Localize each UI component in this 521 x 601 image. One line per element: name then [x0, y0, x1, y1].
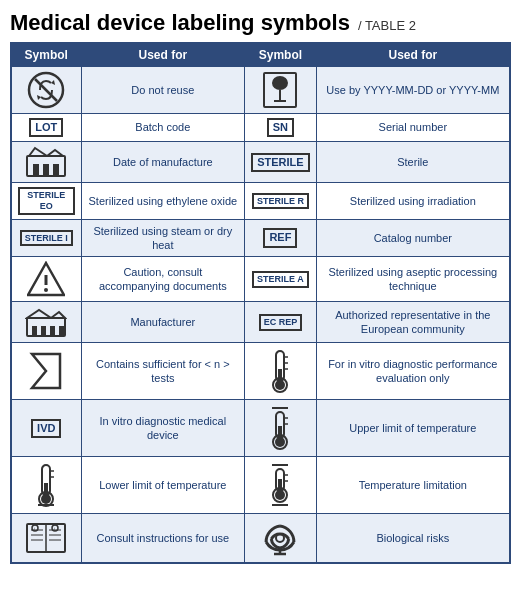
lot-icon: LOT	[18, 118, 75, 137]
header-col4: Used for	[316, 43, 510, 67]
used-for-manufacture: Date of manufacture	[81, 142, 245, 183]
svg-rect-38	[44, 483, 48, 495]
thermometer-up-icon	[251, 347, 309, 395]
ec-rep-icon: EC REP	[251, 314, 309, 331]
svg-marker-20	[32, 354, 60, 388]
table-row: STERILE I Sterilized using steam or dry …	[11, 219, 510, 257]
instructions-icon: i i	[18, 520, 75, 556]
symbol-sterile-r: STERILE R	[245, 183, 316, 220]
use-by-icon	[251, 71, 309, 109]
used-for-sterile-a: Sterilized using aseptic processing tech…	[316, 257, 510, 302]
biohazard-icon	[251, 518, 309, 558]
title-row: Medical device labeling symbols / TABLE …	[10, 10, 511, 36]
ref-label: REF	[263, 228, 297, 247]
table-row: Lower limit of temperature	[11, 457, 510, 514]
used-for-ref: Catalog number	[316, 219, 510, 257]
table-row: Do not reuse Use by YYYY-MM-DD or YYYY-M…	[11, 67, 510, 114]
header-col3: Symbol	[245, 43, 316, 67]
used-for-caution: Caution, consult accompanying documents	[81, 257, 245, 302]
symbol-temp-upper	[245, 400, 316, 457]
header-col2: Used for	[81, 43, 245, 67]
used-for-sterile-r: Sterilized using irradiation	[316, 183, 510, 220]
sterile-a-label: STERILE A	[252, 271, 309, 288]
sterile-eo-label: STERILE EO	[18, 187, 75, 215]
manufacture-icon	[18, 146, 75, 178]
svg-point-23	[275, 380, 285, 390]
svg-marker-15	[51, 312, 65, 318]
svg-point-3	[272, 76, 288, 90]
svg-rect-24	[278, 369, 282, 381]
svg-text:i: i	[54, 526, 55, 531]
sn-label: SN	[267, 118, 294, 137]
sterile-icon: STERILE	[251, 153, 309, 172]
svg-point-12	[44, 288, 48, 292]
manufacturer-icon	[18, 306, 75, 338]
header-col1: Symbol	[11, 43, 81, 67]
symbol-manufacture	[11, 142, 81, 183]
sigma-icon	[18, 352, 75, 390]
used-for-sterile-eo: Sterilized using ethylene oxide	[81, 183, 245, 220]
sterile-label: STERILE	[251, 153, 309, 172]
symbol-sterile-steam: STERILE I	[11, 219, 81, 257]
table-row: Contains sufficient for < n > tests	[11, 343, 510, 400]
temp-upper-icon	[251, 404, 309, 452]
symbol-sn: SN	[245, 114, 316, 142]
symbol-use-by	[245, 67, 316, 114]
symbol-sterile-eo: STERILE EO	[11, 183, 81, 220]
table-header-row: Symbol Used for Symbol Used for	[11, 43, 510, 67]
ivd-icon: IVD	[18, 419, 75, 438]
temp-limit-icon	[251, 461, 309, 509]
used-for-sigma: Contains sufficient for < n > tests	[81, 343, 245, 400]
symbol-temp-limit	[245, 457, 316, 514]
table-row: STERILE EO Sterilized using ethylene oxi…	[11, 183, 510, 220]
table-row: i i Consult instructions for use	[11, 514, 510, 564]
page-title: Medical device labeling symbols	[10, 10, 350, 36]
svg-rect-17	[41, 326, 46, 336]
symbols-table: Symbol Used for Symbol Used for	[10, 42, 511, 564]
svg-rect-18	[50, 326, 55, 336]
svg-text:i: i	[34, 526, 35, 531]
used-for-ivd: In vitro diagnostic medical device	[81, 400, 245, 457]
symbol-ec-rep: EC REP	[245, 302, 316, 343]
symbol-sigma	[11, 343, 81, 400]
sterile-steam-label: STERILE I	[20, 230, 73, 247]
symbol-no-reuse	[11, 67, 81, 114]
page: Medical device labeling symbols / TABLE …	[0, 0, 521, 574]
used-for-sn: Serial number	[316, 114, 510, 142]
used-for-lot: Batch code	[81, 114, 245, 142]
lot-label: LOT	[29, 118, 63, 137]
sterile-r-label: STERILE R	[252, 193, 309, 210]
used-for-temp-lower: Lower limit of temperature	[81, 457, 245, 514]
symbol-biohazard	[245, 514, 316, 564]
svg-rect-8	[43, 164, 49, 176]
svg-rect-16	[32, 326, 37, 336]
used-for-sterile-steam: Sterilized using steam or dry heat	[81, 219, 245, 257]
used-for-biohazard: Biological risks	[316, 514, 510, 564]
used-for-use-by: Use by YYYY-MM-DD or YYYY-MM	[316, 67, 510, 114]
symbol-thermometer-up	[245, 343, 316, 400]
svg-rect-31	[278, 426, 282, 438]
used-for-sterile: Sterile	[316, 142, 510, 183]
svg-point-37	[41, 494, 51, 504]
symbol-caution	[11, 257, 81, 302]
sterile-steam-icon: STERILE I	[18, 230, 75, 247]
svg-marker-14	[27, 310, 51, 318]
ivd-label: IVD	[31, 419, 61, 438]
symbol-sterile: STERILE	[245, 142, 316, 183]
symbol-manufacturer	[11, 302, 81, 343]
page-subtitle: / TABLE 2	[358, 18, 416, 33]
symbol-lot: LOT	[11, 114, 81, 142]
sn-icon: SN	[251, 118, 309, 137]
temp-lower-icon	[18, 461, 75, 509]
svg-point-44	[275, 490, 285, 500]
used-for-ec-rep: Authorized representative in the Europea…	[316, 302, 510, 343]
svg-rect-45	[278, 479, 282, 491]
used-for-manufacturer: Manufacturer	[81, 302, 245, 343]
caution-icon	[18, 261, 75, 297]
svg-point-30	[275, 437, 285, 447]
table-row: Manufacturer EC REP Authorized represent…	[11, 302, 510, 343]
used-for-temp-limit: Temperature limitation	[316, 457, 510, 514]
symbol-sterile-a: STERILE A	[245, 257, 316, 302]
svg-rect-9	[53, 164, 59, 176]
no-reuse-icon	[18, 71, 75, 109]
